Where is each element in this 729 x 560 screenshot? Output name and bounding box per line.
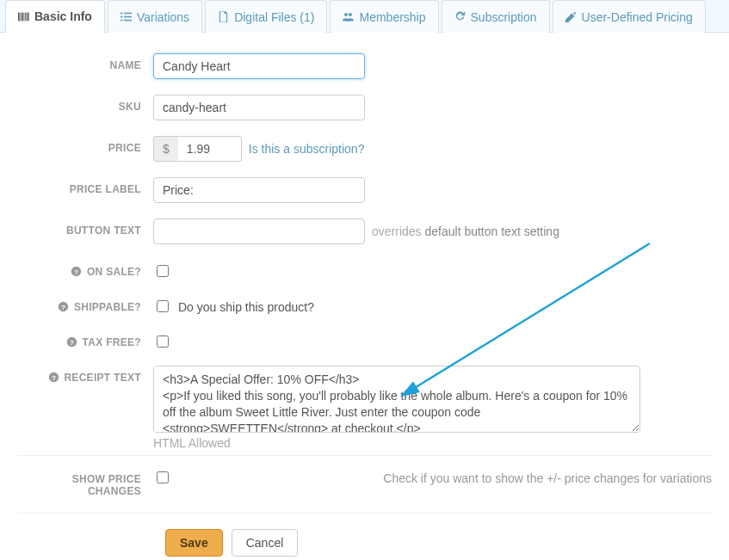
sku-input[interactable] bbox=[153, 95, 365, 120]
svg-rect-5 bbox=[27, 12, 28, 21]
label-show-price-changes: SHOW PRICE CHANGES bbox=[17, 470, 153, 497]
receipt-text-textarea[interactable] bbox=[153, 366, 640, 433]
svg-rect-8 bbox=[124, 13, 132, 15]
tab-user-defined-pricing[interactable]: User-Defined Pricing bbox=[553, 0, 706, 33]
is-subscription-link[interactable]: Is this a subscription? bbox=[249, 142, 365, 156]
svg-rect-0 bbox=[18, 12, 20, 21]
tax-free-checkbox[interactable] bbox=[157, 335, 169, 348]
tab-variations[interactable]: Variations bbox=[108, 0, 202, 33]
on-sale-checkbox[interactable] bbox=[157, 265, 169, 277]
name-input[interactable] bbox=[153, 53, 365, 79]
svg-rect-1 bbox=[20, 12, 21, 21]
price-input[interactable] bbox=[178, 136, 242, 162]
svg-point-14 bbox=[349, 13, 352, 16]
tab-digital-files[interactable]: Digital Files (1) bbox=[205, 0, 327, 33]
tab-subscription[interactable]: Subscription bbox=[442, 0, 550, 33]
file-icon bbox=[218, 11, 229, 22]
barcode-icon bbox=[18, 11, 29, 22]
label-tax-free: ? TAX FREE? bbox=[17, 330, 153, 348]
currency-prefix: $ bbox=[153, 136, 178, 162]
help-icon: ? bbox=[58, 301, 69, 312]
tab-label: Membership bbox=[359, 10, 425, 24]
svg-rect-10 bbox=[124, 16, 132, 18]
tab-label: Variations bbox=[137, 10, 189, 24]
price-label-input[interactable] bbox=[153, 177, 365, 203]
divider bbox=[17, 513, 712, 514]
label-receipt-text: ? RECEIPT TEXT bbox=[17, 366, 153, 384]
svg-rect-7 bbox=[120, 13, 122, 15]
svg-rect-11 bbox=[120, 20, 122, 22]
svg-text:?: ? bbox=[52, 374, 56, 382]
svg-point-13 bbox=[345, 13, 349, 16]
form-panel: NAME SKU PRICE $ Is this a subscription?… bbox=[0, 33, 729, 560]
edit-icon bbox=[565, 11, 577, 22]
cancel-button[interactable]: Cancel bbox=[232, 529, 299, 557]
tab-label: Basic Info bbox=[34, 9, 92, 23]
tab-bar: Basic Info Variations Digital Files (1) … bbox=[0, 0, 729, 33]
svg-text:?: ? bbox=[74, 268, 78, 276]
svg-rect-3 bbox=[24, 12, 25, 21]
svg-rect-12 bbox=[124, 20, 132, 22]
refresh-icon bbox=[454, 11, 466, 22]
shippable-hint: Do you ship this product? bbox=[178, 300, 314, 314]
svg-rect-6 bbox=[28, 12, 29, 21]
svg-rect-9 bbox=[120, 16, 122, 18]
show-price-changes-hint: Check if you want to show the +/- price … bbox=[178, 471, 712, 485]
receipt-hint: HTML Allowed bbox=[153, 436, 231, 450]
list-icon bbox=[120, 11, 132, 22]
divider bbox=[17, 455, 712, 456]
svg-rect-4 bbox=[25, 12, 26, 21]
tab-label: Subscription bbox=[471, 10, 537, 24]
label-on-sale: ? ON SALE? bbox=[17, 260, 153, 278]
help-icon: ? bbox=[48, 372, 59, 383]
button-text-hint: overrides default button text setting bbox=[372, 225, 559, 238]
svg-text:?: ? bbox=[61, 304, 65, 311]
svg-text:?: ? bbox=[70, 339, 74, 347]
label-name: NAME bbox=[17, 53, 153, 71]
help-icon: ? bbox=[71, 266, 82, 277]
help-icon: ? bbox=[66, 336, 77, 348]
tab-basic-info[interactable]: Basic Info bbox=[5, 0, 105, 33]
label-sku: SKU bbox=[17, 95, 153, 113]
svg-rect-2 bbox=[22, 12, 23, 21]
label-button-text: BUTTON TEXT bbox=[17, 218, 153, 237]
tab-label: User-Defined Pricing bbox=[582, 10, 693, 24]
label-price-label: PRICE LABEL bbox=[17, 177, 153, 195]
button-text-input[interactable] bbox=[153, 218, 365, 244]
shippable-checkbox[interactable] bbox=[157, 300, 169, 312]
label-shippable: ? SHIPPABLE? bbox=[17, 295, 153, 313]
label-price: PRICE bbox=[17, 136, 153, 154]
show-price-changes-checkbox[interactable] bbox=[157, 471, 169, 483]
save-button[interactable]: Save bbox=[165, 529, 223, 557]
tab-label: Digital Files (1) bbox=[234, 10, 314, 24]
tab-membership[interactable]: Membership bbox=[330, 0, 438, 33]
users-icon bbox=[343, 11, 354, 22]
